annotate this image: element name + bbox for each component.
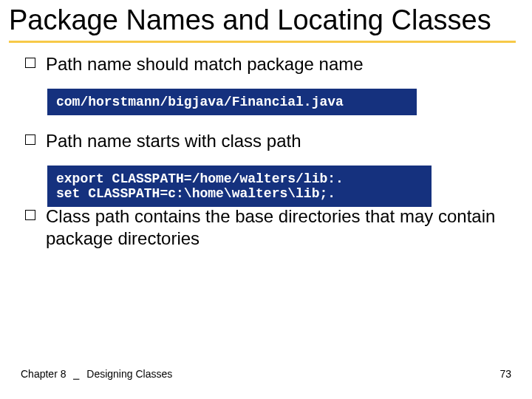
footer-chapter-num: Chapter 8 bbox=[21, 368, 66, 380]
title-rule bbox=[9, 41, 516, 43]
bullet-text: Path name starts with class path bbox=[46, 130, 301, 152]
bullet-text: Path name should match package name bbox=[46, 53, 364, 75]
bullet-item: Class path contains the base directories… bbox=[25, 205, 513, 250]
bullet-text: Class path contains the base directories… bbox=[46, 205, 513, 250]
square-bullet-icon bbox=[25, 58, 35, 68]
square-bullet-icon bbox=[25, 134, 35, 145]
square-bullet-icon bbox=[25, 210, 35, 220]
code-block-classpath: export CLASSPATH=/home/walters/lib:. set… bbox=[47, 166, 432, 207]
footer-chapter: Chapter 8 ⎯ Designing Classes bbox=[21, 368, 172, 380]
bullet-item: Path name starts with class path bbox=[25, 130, 513, 152]
bullet-item: Path name should match package name bbox=[25, 53, 513, 75]
slide: Package Names and Locating Classes Path … bbox=[0, 0, 532, 399]
footer-separator-icon: ⎯ bbox=[69, 368, 83, 380]
footer-topic: Designing Classes bbox=[86, 368, 172, 380]
slide-title: Package Names and Locating Classes bbox=[9, 4, 516, 36]
code-block-path: com/horstmann/bigjava/Financial.java bbox=[47, 89, 417, 115]
page-number: 73 bbox=[499, 368, 511, 380]
slide-body: Path name should match package name com/… bbox=[9, 53, 516, 250]
